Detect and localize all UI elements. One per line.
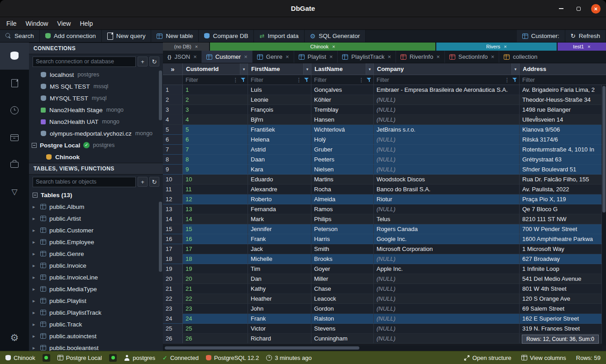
scrollbar-thumb[interactable] — [165, 346, 359, 350]
table-list-item[interactable]: ▸ public.Invoice — [29, 260, 163, 271]
tab-customer[interactable]: Customer × — [202, 51, 253, 63]
cell-firstname[interactable]: Dan — [248, 274, 311, 284]
table-row[interactable]: 18 18 Michelle Brooks (NULL) 627 Broadwa… — [163, 254, 602, 264]
column-header-customerid[interactable]: CustomerId — [183, 63, 248, 75]
cell-lastname[interactable]: Harris — [311, 234, 374, 244]
cell-lastname[interactable]: Ralston — [311, 314, 374, 323]
column-header-firstname[interactable]: FirstName — [248, 63, 311, 75]
table-list-item[interactable]: ▸ public.Artist — [29, 213, 163, 224]
rail-filters[interactable]: ▽ — [0, 178, 29, 205]
close-icon[interactable]: × — [491, 54, 495, 60]
row-number[interactable]: 14 — [163, 214, 183, 224]
cell-address[interactable]: 1 Microsoft Way — [520, 244, 602, 254]
cell-company[interactable]: JetBrains s.r.o. — [374, 125, 520, 134]
cell-company[interactable]: Rogers Canada — [374, 224, 520, 234]
cell-firstname[interactable]: Alexandre — [248, 184, 311, 194]
cell-firstname[interactable]: François — [248, 105, 311, 114]
maximize-button[interactable] — [574, 4, 583, 13]
cell-company[interactable]: (NULL) — [374, 284, 520, 293]
column-menu-icon[interactable] — [240, 63, 248, 75]
open-structure-button[interactable]: Open structure — [464, 355, 511, 361]
cell-address[interactable]: Sřnder Boulevard 51 — [520, 165, 602, 174]
cell-firstname[interactable]: Daan — [248, 155, 311, 164]
table-row[interactable]: 2 2 Leonie Köhler (NULL) Theodor-Heuss-S… — [163, 95, 602, 105]
row-number[interactable]: 20 — [163, 274, 183, 284]
cell-lastname[interactable]: Chase — [311, 284, 374, 293]
cell-customerid[interactable]: 9 — [183, 165, 248, 174]
cell-firstname[interactable]: Frank — [248, 314, 311, 323]
row-number[interactable]: 26 — [163, 334, 183, 343]
table-row[interactable]: 11 11 Alexandre Rocha Banco do Brasil S.… — [163, 184, 602, 194]
cell-company[interactable]: (NULL) — [374, 314, 520, 323]
vertical-scrollbar[interactable] — [602, 85, 606, 345]
row-number[interactable]: 15 — [163, 224, 183, 234]
cell-firstname[interactable]: Leonie — [248, 95, 311, 104]
row-number[interactable]: 10 — [163, 175, 183, 184]
cell-lastname[interactable]: Gordon — [311, 304, 374, 313]
cell-customerid[interactable]: 1 — [183, 85, 248, 95]
rail-files[interactable] — [0, 70, 29, 97]
dots-menu-icon[interactable]: ⋮ — [296, 76, 302, 84]
cell-address[interactable]: 319 N. Frances Street — [520, 324, 602, 333]
table-list-item[interactable]: ▸ public.Customer — [29, 224, 163, 236]
table-list-item[interactable]: ▸ public.Album — [29, 201, 163, 213]
close-icon[interactable]: × — [329, 54, 333, 60]
table-list-item[interactable]: ▸ public.Track — [29, 318, 163, 330]
table-list-item[interactable]: ▸ public.PlaylistTrack — [29, 307, 163, 318]
row-number[interactable]: 12 — [163, 194, 183, 204]
cell-firstname[interactable]: Jennifer — [248, 224, 311, 234]
cell-customerid[interactable]: 13 — [183, 204, 248, 214]
cell-firstname[interactable]: Tim — [248, 264, 311, 274]
table-list-item[interactable]: ▸ public.InvoiceLine — [29, 271, 163, 283]
status-connection[interactable]: Postgre Local — [57, 355, 102, 361]
cell-company[interactable]: (NULL) — [374, 274, 520, 284]
cell-company[interactable]: Telus — [374, 214, 520, 224]
cell-company[interactable]: (NULL) — [374, 155, 520, 164]
close-icon[interactable]: × — [195, 44, 198, 49]
cell-firstname[interactable]: Richard — [248, 334, 311, 343]
rail-jobs[interactable] — [0, 151, 29, 178]
cell-lastname[interactable]: Brooks — [311, 254, 374, 264]
chevron-right-icon[interactable]: ▸ — [33, 251, 37, 256]
cell-firstname[interactable]: Kara — [248, 165, 311, 174]
tables-group[interactable]: Tables (13) — [29, 189, 163, 201]
db-group-test1[interactable]: test1 × — [558, 43, 606, 51]
cell-customerid[interactable]: 26 — [183, 334, 248, 343]
connection-item[interactable]: MYSQL TEST mysql — [29, 92, 163, 104]
chevron-right-icon[interactable]: ▸ — [33, 334, 37, 339]
cell-lastname[interactable]: Tremblay — [311, 105, 374, 114]
cell-customerid[interactable]: 10 — [183, 175, 248, 184]
cell-address[interactable]: Klanova 9/506 — [520, 125, 602, 134]
table-row[interactable]: 12 12 Roberto Almeida Riotur Praça Pio X… — [163, 194, 602, 204]
cell-lastname[interactable]: Ramos — [311, 204, 374, 214]
cell-address[interactable]: Praça Pio X, 119 — [520, 194, 602, 204]
cell-customerid[interactable]: 20 — [183, 274, 248, 284]
cell-firstname[interactable]: Jack — [248, 244, 311, 254]
filter-input[interactable] — [248, 77, 296, 83]
horizontal-scrollbar[interactable] — [163, 345, 602, 351]
filter-input[interactable] — [183, 77, 232, 83]
tab-json[interactable]: {} JSON × — [163, 51, 202, 63]
menu-file[interactable]: File — [2, 17, 21, 30]
cell-company[interactable]: Apple Inc. — [374, 264, 520, 274]
cell-customerid[interactable]: 18 — [183, 254, 248, 264]
table-list-item[interactable]: ▸ public.MediaType — [29, 283, 163, 295]
cell-lastname[interactable]: Goyer — [311, 264, 374, 274]
cell-lastname[interactable]: Peterson — [311, 224, 374, 234]
cell-lastname[interactable]: Miller — [311, 274, 374, 284]
db-group-rivers[interactable]: Rivers × — [436, 43, 557, 51]
tab-sectioninfo[interactable]: SectionInfo × — [445, 51, 500, 63]
close-button[interactable]: × — [591, 4, 601, 14]
cell-company[interactable]: (NULL) — [374, 324, 520, 333]
tables-search-input[interactable] — [33, 177, 136, 187]
table-row[interactable]: 19 19 Tim Goyer Apple Inc. 1 Infinite Lo… — [163, 264, 602, 274]
cell-lastname[interactable]: Philips — [311, 214, 374, 224]
cell-address[interactable]: Rotenturmstraße 4, 1010 In — [520, 145, 602, 154]
collapse-icon[interactable] — [32, 143, 37, 148]
cell-customerid[interactable]: 6 — [183, 135, 248, 144]
rail-history[interactable] — [0, 97, 29, 124]
close-icon[interactable]: × — [193, 54, 197, 60]
row-number[interactable]: 18 — [163, 254, 183, 264]
connection-item[interactable]: localhost postgres — [29, 69, 163, 80]
table-row[interactable]: 9 9 Kara Nielsen (NULL) Sřnder Boulevard… — [163, 165, 602, 175]
